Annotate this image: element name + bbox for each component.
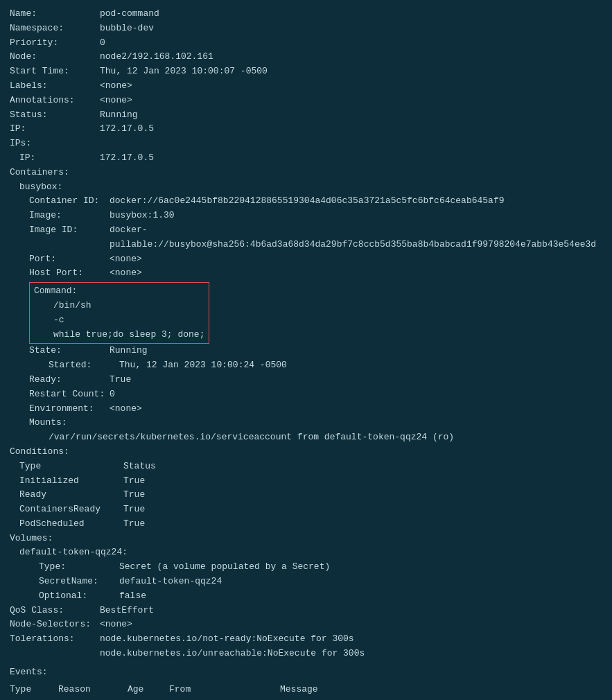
events-message-sep: ------- bbox=[280, 697, 602, 700]
host-port-row: Host Port: <none> bbox=[29, 266, 602, 281]
containers-label: Containers: bbox=[10, 166, 69, 180]
conditions-label: Conditions: bbox=[10, 445, 69, 460]
restart-count-row: Restart Count: 0 bbox=[29, 387, 602, 402]
container-id-row: Container ID: docker://6ac0e2445bf8b2204… bbox=[29, 194, 602, 209]
command-label-row: Command: bbox=[34, 284, 204, 299]
volume-optional-row: Optional: false bbox=[39, 589, 602, 604]
priority-value: 0 bbox=[100, 36, 105, 51]
busybox-label-row: busybox: bbox=[19, 180, 602, 195]
events-section: Events: Type Reason Age From Message ---… bbox=[10, 665, 602, 700]
busybox-label: busybox: bbox=[19, 180, 110, 195]
volume-secret-label: SecretName: bbox=[39, 575, 119, 589]
image-id-row: Image ID: docker-pullable://busybox@sha2… bbox=[29, 223, 602, 252]
cond-containers-ready-label: ContainersReady bbox=[19, 502, 123, 517]
mounts-section: Mounts: /var/run/secrets/kubernetes.io/s… bbox=[29, 416, 602, 445]
qos-label: QoS Class: bbox=[10, 604, 100, 618]
start-time-value: Thu, 12 Jan 2023 10:00:07 -0500 bbox=[100, 64, 268, 79]
ips-label: IPs: bbox=[10, 137, 100, 151]
volume-secret-value: default-token-qqz24 bbox=[119, 575, 222, 589]
containers-section: Containers: busybox: Container ID: docke… bbox=[10, 166, 602, 445]
cond-ready-label: Ready bbox=[19, 488, 123, 502]
cond-ready-row: Ready True bbox=[19, 488, 602, 502]
port-value: <none> bbox=[110, 252, 142, 267]
events-type-sep: ---- bbox=[10, 697, 58, 700]
ip-label: IP: bbox=[10, 122, 100, 137]
ips-ip-row: IP: 172.17.0.5 bbox=[10, 151, 602, 166]
container-id-label: Container ID: bbox=[29, 194, 110, 209]
cond-containers-ready-row: ContainersReady True bbox=[19, 502, 602, 517]
conditions-type-header: Type bbox=[19, 460, 123, 474]
labels-label: Labels: bbox=[10, 79, 100, 94]
start-time-label: Start Time: bbox=[10, 64, 100, 79]
ip-row: IP: 172.17.0.5 bbox=[10, 122, 602, 137]
host-port-label: Host Port: bbox=[29, 266, 110, 281]
start-time-row: Start Time: Thu, 12 Jan 2023 10:00:07 -0… bbox=[10, 64, 602, 79]
node-selectors-value: <none> bbox=[100, 618, 132, 632]
ips-ip-label: IP: bbox=[19, 151, 100, 166]
name-row: Name: pod-command bbox=[10, 7, 602, 21]
name-value: pod-command bbox=[100, 7, 159, 21]
environment-label: Environment: bbox=[29, 402, 110, 417]
cond-initialized-label: Initialized bbox=[19, 474, 123, 489]
image-row: Image: busybox:1.30 bbox=[29, 209, 602, 223]
command-label: Command: bbox=[34, 284, 77, 299]
events-age-header: Age bbox=[128, 683, 169, 697]
labels-row: Labels: <none> bbox=[10, 79, 602, 94]
status-row: Status: Running bbox=[10, 108, 602, 123]
cond-pod-scheduled-value: True bbox=[123, 517, 145, 532]
priority-label: Priority: bbox=[10, 36, 100, 51]
volume-secret-row: SecretName: default-token-qqz24 bbox=[39, 575, 602, 589]
status-value: Running bbox=[100, 108, 138, 123]
command-line2: -c bbox=[34, 313, 204, 328]
ready-label: Ready: bbox=[29, 373, 110, 387]
status-label: Status: bbox=[10, 108, 100, 123]
name-label: Name: bbox=[10, 7, 100, 21]
environment-value: <none> bbox=[110, 402, 142, 417]
volume-type-label: Type: bbox=[39, 560, 119, 575]
ip-value: 172.17.0.5 bbox=[100, 122, 154, 137]
mounts-value: /var/run/secrets/kubernetes.io/serviceac… bbox=[29, 430, 602, 445]
restart-count-label: Restart Count: bbox=[29, 387, 110, 402]
state-value: Running bbox=[110, 344, 148, 358]
conditions-section: Conditions: Type Status Initialized True… bbox=[10, 445, 602, 532]
volume-type-value: Secret (a volume populated by a Secret) bbox=[119, 560, 330, 575]
events-from-header: From bbox=[169, 683, 280, 697]
events-label: Events: bbox=[10, 665, 602, 680]
node-selectors-row: Node-Selectors: <none> bbox=[10, 618, 602, 632]
tolerations-section: Tolerations: node.kubernetes.io/not-read… bbox=[10, 632, 602, 661]
port-label: Port: bbox=[29, 252, 110, 267]
restart-count-value: 0 bbox=[110, 387, 115, 402]
events-reason-header: Reason bbox=[58, 683, 128, 697]
events-age-sep: ---- bbox=[128, 697, 169, 700]
labels-value: <none> bbox=[100, 79, 132, 94]
started-row: Started: Thu, 12 Jan 2023 10:00:24 -0500 bbox=[29, 358, 602, 373]
events-type-header: Type bbox=[10, 683, 58, 697]
volume-optional-value: false bbox=[119, 589, 146, 604]
started-value: Thu, 12 Jan 2023 10:00:24 -0500 bbox=[119, 358, 287, 373]
host-port-value: <none> bbox=[110, 266, 142, 281]
namespace-row: Namespace: bubble-dev bbox=[10, 21, 602, 36]
pod-info: Name: pod-command Namespace: bubble-dev … bbox=[10, 7, 602, 700]
volume-name: default-token-qqz24: bbox=[19, 545, 602, 560]
cond-initialized-value: True bbox=[123, 474, 145, 489]
node-row: Node: node2/192.168.102.161 bbox=[10, 50, 602, 64]
volume-type-row: Type: Secret (a volume populated by a Se… bbox=[39, 560, 602, 575]
priority-row: Priority: 0 bbox=[10, 36, 602, 51]
events-reason-sep: ------ bbox=[58, 697, 128, 700]
ready-value: True bbox=[110, 373, 131, 387]
toleration2: node.kubernetes.io/unreachable:NoExecute… bbox=[100, 648, 365, 658]
container-id-value: docker://6ac0e2445bf8b2204128865519304a4… bbox=[110, 194, 505, 209]
image-id-label: Image ID: bbox=[29, 223, 110, 252]
annotations-label: Annotations: bbox=[10, 94, 100, 108]
cond-initialized-row: Initialized True bbox=[19, 474, 602, 489]
image-value: busybox:1.30 bbox=[110, 209, 175, 223]
node-selectors-label: Node-Selectors: bbox=[10, 618, 100, 632]
toleration1: node.kubernetes.io/not-ready:NoExecute f… bbox=[100, 632, 354, 647]
command-line1: /bin/sh bbox=[34, 299, 204, 313]
image-id-value: docker-pullable://busybox@sha256:4b6ad3a… bbox=[110, 223, 602, 252]
mounts-label: Mounts: bbox=[29, 416, 110, 430]
annotations-row: Annotations: <none> bbox=[10, 94, 602, 108]
command-line3: while true;do sleep 3; done; bbox=[34, 328, 204, 342]
command-section: Command: /bin/sh -c while true;do sleep … bbox=[29, 281, 602, 344]
environment-row: Environment: <none> bbox=[29, 402, 602, 417]
